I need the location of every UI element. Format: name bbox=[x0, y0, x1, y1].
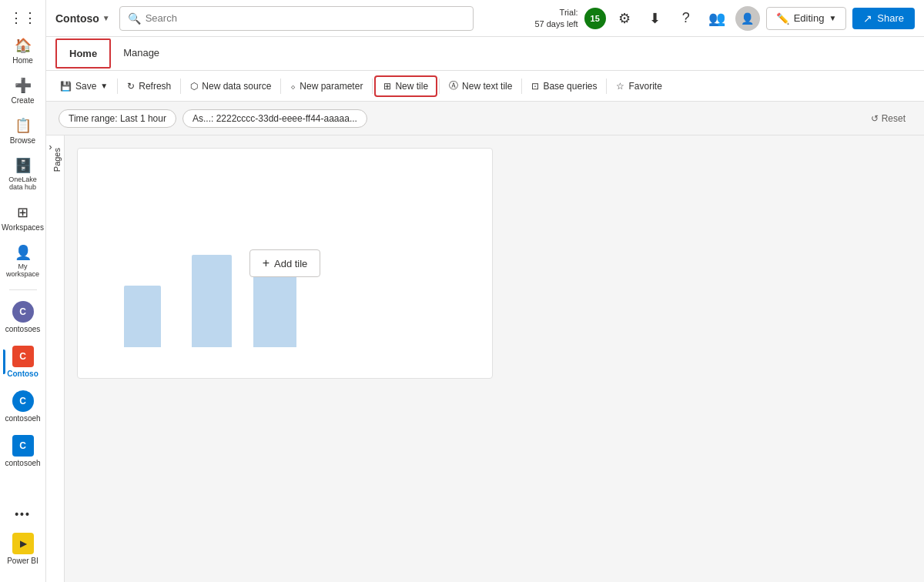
contosoes-avatar: C bbox=[12, 301, 34, 323]
new-text-tile-button[interactable]: Ⓐ New text tile bbox=[441, 75, 520, 96]
new-data-source-button[interactable]: ⬡ New data source bbox=[182, 77, 279, 95]
save-button[interactable]: 💾 Save ▼ bbox=[52, 77, 116, 95]
sidebar-item-onelake[interactable]: 🗄️ OneLake data hub bbox=[3, 152, 43, 196]
sidebar-bottom: ••• ▶ Power BI bbox=[0, 503, 45, 576]
download-button[interactable]: ⬇ bbox=[643, 6, 668, 31]
base-queries-label: Base queries bbox=[543, 81, 597, 92]
pages-sidebar[interactable]: › Pages bbox=[46, 135, 65, 582]
new-datasource-label: New data source bbox=[202, 81, 271, 92]
user-avatar[interactable]: 👤 bbox=[735, 6, 760, 31]
add-tile-plus-icon: + bbox=[263, 256, 270, 270]
sidebar-more-btn[interactable]: ••• bbox=[3, 503, 43, 525]
powerbi-icon: ▶ bbox=[12, 533, 34, 554]
toolbar: 💾 Save ▼ ↻ Refresh ⬡ New data source ⬦ N… bbox=[46, 71, 924, 102]
reset-icon: ↺ bbox=[871, 113, 879, 124]
time-range-filter[interactable]: Time range: Last 1 hour bbox=[59, 109, 176, 128]
new-tile-icon: ⊞ bbox=[383, 81, 391, 92]
time-range-label: Time range: Last 1 hour bbox=[69, 113, 166, 124]
favorite-button[interactable]: ☆ Favorite bbox=[608, 77, 669, 95]
share-label: Share bbox=[877, 12, 904, 24]
dashboard: + Add tile bbox=[65, 135, 924, 582]
sidebar-contoso-label: Contoso bbox=[7, 370, 38, 378]
sidebar-divider-1 bbox=[9, 289, 37, 290]
dashboard-canvas: + Add tile bbox=[77, 148, 493, 379]
sidebar-item-contosoes[interactable]: C contosoes bbox=[3, 296, 43, 338]
base-queries-button[interactable]: ⊡ Base queries bbox=[524, 77, 604, 95]
sidebar-item-browse[interactable]: 📋 Browse bbox=[3, 112, 43, 149]
new-tile-button[interactable]: ⊞ New tile bbox=[374, 75, 437, 97]
add-tile-button[interactable]: + Add tile bbox=[249, 249, 321, 277]
reset-button[interactable]: ↺ Reset bbox=[865, 110, 912, 127]
new-text-tile-label: New text tile bbox=[462, 81, 512, 92]
myworkspace-icon: 👤 bbox=[15, 244, 32, 261]
editing-pencil-icon: ✏️ bbox=[776, 12, 789, 25]
tab-manage-label: Manage bbox=[123, 47, 159, 59]
share-button[interactable]: ↗ Share bbox=[852, 8, 915, 29]
new-tile-label: New tile bbox=[395, 81, 428, 92]
pages-label: Pages bbox=[52, 148, 62, 172]
sidebar-myworkspace-label: My workspace bbox=[6, 263, 40, 279]
workspace-selector[interactable]: Contoso ▼ bbox=[55, 12, 110, 25]
new-datasource-icon: ⬡ bbox=[190, 81, 198, 92]
sidebar: ⋮⋮ 🏠 Home ➕ Create 📋 Browse 🗄️ OneLake d… bbox=[0, 0, 46, 582]
sidebar-contosoes-label: contosoes bbox=[5, 325, 41, 333]
sidebar-powerbi-item[interactable]: ▶ Power BI bbox=[3, 528, 43, 570]
notification-count: 15 bbox=[591, 14, 600, 23]
contosoeh1-avatar: C bbox=[12, 390, 34, 412]
onelake-icon: 🗄️ bbox=[15, 157, 32, 174]
tabbar: Home Manage bbox=[46, 37, 924, 71]
save-chevron-icon: ▼ bbox=[100, 82, 108, 90]
tab-manage[interactable]: Manage bbox=[111, 39, 172, 68]
sidebar-item-create[interactable]: ➕ Create bbox=[3, 72, 43, 109]
new-parameter-icon: ⬦ bbox=[290, 81, 296, 92]
topbar: Contoso ▼ 🔍 Trial: 57 days left 15 ⚙ ⬇ ? bbox=[46, 0, 924, 37]
refresh-button[interactable]: ↻ Refresh bbox=[119, 77, 179, 95]
new-parameter-button[interactable]: ⬦ New parameter bbox=[283, 77, 370, 95]
create-icon: ➕ bbox=[15, 77, 32, 94]
help-icon: ? bbox=[682, 10, 690, 26]
editing-label: Editing bbox=[794, 12, 825, 24]
bar-3 bbox=[253, 270, 296, 347]
favorite-label: Favorite bbox=[628, 81, 661, 92]
editing-chevron-icon: ▼ bbox=[829, 14, 836, 22]
filterbar: Time range: Last 1 hour As...: 2222cccc-… bbox=[46, 102, 924, 135]
search-container[interactable]: 🔍 bbox=[119, 6, 474, 31]
toolbar-sep-5 bbox=[439, 79, 440, 94]
sidebar-home-label: Home bbox=[12, 56, 33, 65]
help-button[interactable]: ? bbox=[674, 6, 698, 31]
people-icon: 👥 bbox=[708, 10, 725, 27]
tab-home[interactable]: Home bbox=[55, 38, 111, 69]
sidebar-powerbi-label: Power BI bbox=[7, 557, 38, 565]
save-label: Save bbox=[75, 81, 96, 92]
dots-grid-icon: ⋮⋮ bbox=[9, 11, 37, 25]
toolbar-sep-1 bbox=[117, 79, 118, 94]
sidebar-contosoeh2-label: contosoeh bbox=[5, 459, 40, 467]
main-area: Contoso ▼ 🔍 Trial: 57 days left 15 ⚙ ⬇ ? bbox=[46, 0, 924, 582]
sidebar-item-contosoeh1[interactable]: C contosoeh bbox=[3, 386, 43, 427]
refresh-icon: ↻ bbox=[127, 81, 135, 92]
new-text-tile-icon: Ⓐ bbox=[449, 79, 458, 92]
sidebar-item-home[interactable]: 🏠 Home bbox=[3, 32, 43, 69]
editing-button[interactable]: ✏️ Editing ▼ bbox=[766, 7, 847, 30]
people-button[interactable]: 👥 bbox=[705, 6, 729, 31]
settings-button[interactable]: ⚙ bbox=[612, 6, 637, 31]
sidebar-item-myworkspace[interactable]: 👤 My workspace bbox=[3, 239, 43, 283]
notification-badge[interactable]: 15 bbox=[584, 8, 606, 29]
sidebar-dots-menu[interactable]: ⋮⋮ bbox=[3, 6, 43, 29]
topbar-right: Trial: 57 days left 15 ⚙ ⬇ ? 👥 👤 bbox=[534, 6, 915, 31]
contoso-avatar: C bbox=[12, 346, 34, 367]
sidebar-item-contosoeh2[interactable]: C contosoeh bbox=[3, 430, 43, 472]
sidebar-item-workspaces[interactable]: ⊞ Workspaces bbox=[3, 199, 43, 236]
toolbar-sep-3 bbox=[280, 79, 281, 94]
trial-info: Trial: 57 days left bbox=[534, 7, 578, 29]
toolbar-sep-4 bbox=[372, 79, 373, 94]
sidebar-item-contoso[interactable]: C Contoso bbox=[3, 341, 43, 383]
save-icon: 💾 bbox=[60, 81, 72, 92]
sidebar-contosoeh1-label: contosoeh bbox=[5, 414, 40, 423]
reset-label: Reset bbox=[882, 113, 906, 124]
search-input[interactable] bbox=[146, 12, 465, 24]
as-filter[interactable]: As...: 2222cccc-33dd-eeee-ff44-aaaaa... bbox=[182, 109, 367, 128]
content-area: › Pages + Add tile bbox=[46, 135, 924, 582]
sidebar-create-label: Create bbox=[11, 96, 34, 105]
new-parameter-label: New parameter bbox=[300, 81, 363, 92]
